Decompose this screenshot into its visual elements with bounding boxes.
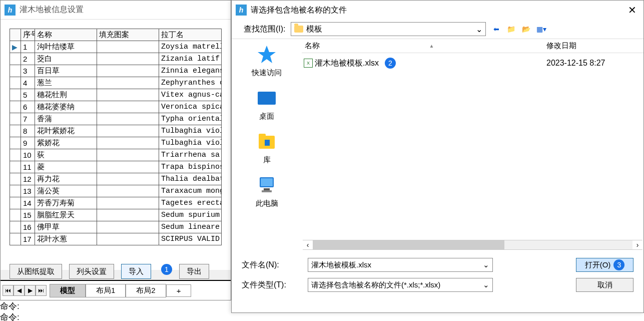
cell-latin[interactable]: Taraxacum mong — [159, 185, 222, 197]
cell-name[interactable]: 沟叶结缕草 — [35, 41, 97, 53]
table-row[interactable]: 12再力花Thalia dealbat — [10, 173, 222, 185]
tab-model[interactable]: 模型 — [50, 284, 86, 297]
cell-fill[interactable] — [97, 65, 159, 77]
table-row[interactable]: 5穗花牡荆Vitex agnus-ca — [10, 89, 222, 101]
col-latin[interactable]: 拉丁名 — [159, 29, 222, 41]
cell-fill[interactable] — [97, 77, 159, 89]
scroll-right-icon[interactable]: › — [632, 240, 642, 249]
cell-latin[interactable]: Thalia dealbat — [159, 173, 222, 185]
cell-latin[interactable]: Tagetes erecta — [159, 197, 222, 209]
sidebar-this-pc[interactable]: 此电脑 — [256, 175, 278, 208]
cell-name[interactable]: 蒲公英 — [35, 185, 97, 197]
close-icon[interactable]: ✕ — [624, 3, 639, 18]
cell-name[interactable]: 香蒲 — [35, 113, 97, 125]
lookin-select[interactable]: 模板 ⌄ — [291, 22, 486, 36]
cell-name[interactable]: 佛甲草 — [35, 221, 97, 233]
cell-latin[interactable]: Sedum lineare — [159, 221, 222, 233]
table-row[interactable]: 6穗花婆婆纳Veronica spica — [10, 101, 222, 113]
table-row[interactable]: 14芳香万寿菊Tagetes erecta — [10, 197, 222, 209]
horizontal-scrollbar[interactable]: ‹ › — [303, 240, 642, 250]
cancel-button[interactable]: 取消 — [576, 278, 633, 292]
cell-fill[interactable] — [97, 89, 159, 101]
cell-latin[interactable]: Triarrhena sa — [159, 149, 222, 161]
cell-latin[interactable]: Zephyranthes c — [159, 77, 222, 89]
columns-button[interactable]: 列头设置 — [69, 264, 114, 279]
tab-add[interactable]: + — [166, 284, 192, 297]
cell-name[interactable]: 穗花牡荆 — [35, 89, 97, 101]
export-button[interactable]: 导出 — [179, 264, 209, 279]
cell-fill[interactable] — [97, 41, 159, 53]
command-line-2[interactable]: 命令: — [0, 311, 20, 321]
table-row[interactable]: 16佛甲草Sedum lineare — [10, 221, 222, 233]
cell-name[interactable]: 花叶水葱 — [35, 233, 97, 245]
cell-latin[interactable]: Veronica spica — [159, 101, 222, 113]
table-row[interactable]: 10荻Triarrhena sa — [10, 149, 222, 161]
cell-latin[interactable]: Zinnia elegans — [159, 65, 222, 77]
cell-fill[interactable] — [97, 137, 159, 149]
file-col-date[interactable]: 修改日期 — [543, 41, 643, 51]
nav-first-icon[interactable]: ⏮ — [3, 285, 14, 296]
cell-fill[interactable] — [97, 149, 159, 161]
cell-name[interactable]: 茭白 — [35, 53, 97, 65]
cell-latin[interactable]: SCIRPUS VALID — [159, 233, 222, 245]
cell-latin[interactable]: Vitex agnus-ca — [159, 89, 222, 101]
cell-fill[interactable] — [97, 173, 159, 185]
nav-prev-icon[interactable]: ◀ — [14, 285, 25, 296]
col-index[interactable]: 序号 — [21, 29, 35, 41]
cell-name[interactable]: 百日草 — [35, 65, 97, 77]
cell-name[interactable]: 芳香万寿菊 — [35, 197, 97, 209]
cell-latin[interactable]: Tulbaghia viol — [159, 137, 222, 149]
table-row[interactable]: 8花叶紫娇花Tulbaghia viol — [10, 125, 222, 137]
cell-fill[interactable] — [97, 185, 159, 197]
tab-layout1[interactable]: 布局1 — [86, 284, 126, 297]
file-list[interactable]: X灌木地被模板.xlsx22023-12-15 8:27 — [302, 53, 643, 240]
col-name[interactable]: 名称 — [35, 29, 97, 41]
back-icon[interactable]: ⬅ — [491, 24, 502, 35]
view-menu-icon[interactable]: ▦▾ — [536, 24, 547, 35]
cell-name[interactable]: 荻 — [35, 149, 97, 161]
table-row[interactable]: 3百日草Zinnia elegans — [10, 65, 222, 77]
cell-fill[interactable] — [97, 233, 159, 245]
cell-latin[interactable]: Typha oriental — [159, 113, 222, 125]
table-row[interactable]: ▶1沟叶结缕草Zoysia matrell — [10, 41, 222, 53]
table-row[interactable]: 13蒲公英Taraxacum mong — [10, 185, 222, 197]
sidebar-quick-access[interactable]: 快速访问 — [252, 44, 282, 78]
cell-fill[interactable] — [97, 125, 159, 137]
scroll-left-icon[interactable]: ‹ — [303, 240, 313, 249]
table-row[interactable]: 11菱Trapa bispinos — [10, 161, 222, 173]
cell-fill[interactable] — [97, 197, 159, 209]
table-row[interactable]: 2茭白Zizania latif — [10, 53, 222, 65]
table-row[interactable]: 9紫娇花Tulbaghia viol — [10, 137, 222, 149]
cell-name[interactable]: 穗花婆婆纳 — [35, 101, 97, 113]
extract-button[interactable]: 从图纸提取 — [10, 264, 62, 279]
cell-latin[interactable]: Zoysia matrell — [159, 41, 222, 53]
sidebar-desktop[interactable]: 桌面 — [256, 88, 277, 121]
filename-input[interactable]: 灌木地被模板.xlsx ⌄ — [308, 258, 493, 272]
cell-latin[interactable]: Tulbaghia viol — [159, 125, 222, 137]
up-folder-icon[interactable]: 📁 — [506, 24, 517, 35]
table-row[interactable]: 15胭脂红景天Sedum spurium — [10, 209, 222, 221]
cell-latin[interactable]: Sedum spurium — [159, 209, 222, 221]
cell-name[interactable]: 花叶紫娇花 — [35, 125, 97, 137]
cell-fill[interactable] — [97, 53, 159, 65]
tab-layout2[interactable]: 布局2 — [126, 284, 166, 297]
table-row[interactable]: 17花叶水葱SCIRPUS VALID — [10, 233, 222, 245]
nav-next-icon[interactable]: ▶ — [25, 285, 36, 296]
table-row[interactable]: 7香蒲Typha oriental — [10, 113, 222, 125]
command-line-1[interactable]: 命令: — [0, 300, 20, 312]
cell-fill[interactable] — [97, 221, 159, 233]
scrollbar-thumb[interactable] — [313, 240, 504, 249]
cell-name[interactable]: 胭脂红景天 — [35, 209, 97, 221]
file-col-name[interactable]: 名称 ▲ — [302, 41, 543, 51]
table-row[interactable]: 4葱兰Zephyranthes c — [10, 77, 222, 89]
col-fill[interactable]: 填充图案 — [97, 29, 159, 41]
scrollbar-track[interactable] — [313, 240, 632, 249]
sidebar-library[interactable]: 库 — [256, 131, 277, 165]
cell-name[interactable]: 菱 — [35, 161, 97, 173]
cell-fill[interactable] — [97, 209, 159, 221]
cell-name[interactable]: 葱兰 — [35, 77, 97, 89]
new-folder-icon[interactable]: 📂 — [521, 24, 532, 35]
filetype-select[interactable]: 请选择包含地被名称的文件(*.xls;*.xlsx) ⌄ — [308, 278, 493, 292]
file-row[interactable]: X灌木地被模板.xlsx22023-12-15 8:27 — [302, 56, 643, 70]
cell-latin[interactable]: Trapa bispinos — [159, 161, 222, 173]
